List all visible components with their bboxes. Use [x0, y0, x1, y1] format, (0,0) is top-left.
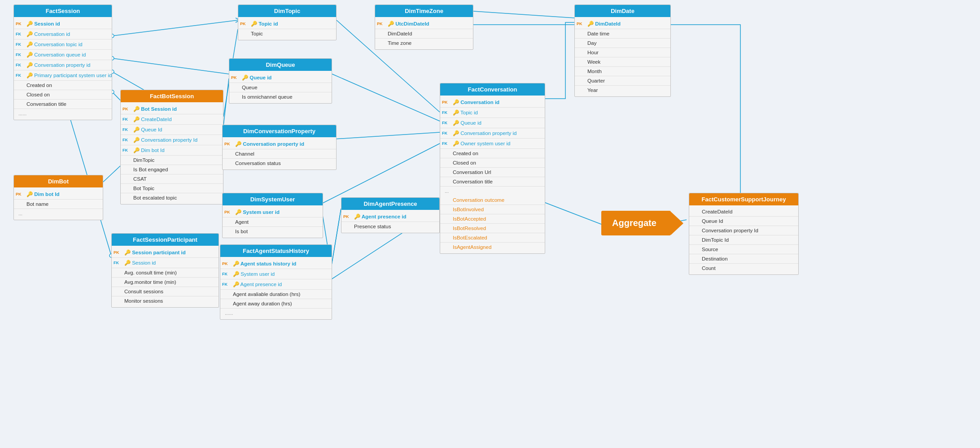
- fact-bot-session-entity: FactBotSession PK🔑 Bot Session id FK🔑 Cr…: [120, 90, 223, 204]
- fbs-row-isbotengaged: Is Bot engaged: [121, 165, 223, 174]
- fcsj-row-dimtopicid: DimTopic Id: [689, 235, 798, 245]
- dim-timezone-entity: DimTimeZone PK🔑 UtcDimDateId DimDateId T…: [375, 4, 473, 50]
- fact-agent-status-history-entity: FactAgentStatusHistory PK🔑 Agent status …: [220, 244, 332, 320]
- fc-row-isbotaccepted: IsBotAccepted: [440, 214, 545, 224]
- dd-row-year: Year: [575, 86, 670, 95]
- dd-row-week: Week: [575, 57, 670, 67]
- fcsj-row-count: Count: [689, 264, 798, 273]
- fc-row-outcome: Conversation outcome: [440, 196, 545, 205]
- fact-conversation-header: FactConversation: [440, 83, 545, 96]
- fc-row-isbotinvolved: IsBotInvolved: [440, 205, 545, 214]
- dt-row-id: PK🔑 Topic id: [238, 19, 336, 29]
- fc-row-queueid: FK🔑 Queue id: [440, 118, 545, 128]
- dd-row-id: PK🔑 DimDateId: [575, 19, 670, 29]
- fsp-row-id: PK🔑 Session participant id: [112, 248, 219, 258]
- fc-dots: ...: [440, 187, 545, 196]
- svg-line-18: [473, 11, 574, 18]
- dtz-row-utcid: PK🔑 UtcDimDateId: [375, 19, 473, 29]
- fbs-row-botsessionid: PK🔑 Bot Session id: [121, 104, 223, 114]
- fact-session-entity: FactSession PK🔑 Session id FK🔑 Conversat…: [13, 4, 112, 120]
- dd-row-month: Month: [575, 67, 670, 76]
- dim-system-user-body: PK🔑 System user id Agent Is bot: [223, 205, 323, 238]
- dap-row-id: PK🔑 Agent presence id: [341, 212, 439, 222]
- fc-row-ownerid: FK🔑 Owner system user id: [440, 139, 545, 149]
- fc-row-topicid: FK🔑 Topic id: [440, 108, 545, 118]
- fc-row-url: Conversation Url: [440, 168, 545, 177]
- svg-line-16: [334, 132, 440, 139]
- aggregate-label: Aggregate: [601, 211, 671, 235]
- fcsj-row-source: Source: [689, 245, 798, 254]
- dd-row-day: Day: [575, 39, 670, 48]
- fc-row-isagentassigned: IsAgentAssigned: [440, 243, 545, 252]
- dsu-row-id: PK🔑 System user id: [223, 207, 323, 217]
- fash-dots: ......: [220, 309, 332, 318]
- svg-line-4: [112, 58, 229, 74]
- fbs-row-dimbotid: FK🔑 Dim bot Id: [121, 145, 223, 156]
- fc-row-closedon: Closed on: [440, 158, 545, 168]
- dim-agent-presence-body: PK🔑 Agent presence id Presence status: [341, 210, 439, 233]
- fc-row-convid: PK🔑 Conversation id: [440, 97, 545, 108]
- fact-agent-status-history-body: PK🔑 Agent status history id FK🔑 System u…: [220, 257, 332, 319]
- dim-conv-prop-header: DimConversationProperty: [223, 125, 336, 137]
- fbs-row-dimtopic: DimTopic: [121, 156, 223, 165]
- fsp-row-consultsessions: Consult sessions: [112, 287, 219, 296]
- dsu-row-isbot: Is bot: [223, 227, 323, 236]
- fact-bot-session-header: FactBotSession: [121, 90, 223, 102]
- fbs-row-convpropid: FK🔑 Conversation property Id: [121, 135, 223, 145]
- fact-customer-support-journey-entity: FactCustomerSupportJourney CreateDateId …: [689, 193, 799, 275]
- fact-customer-support-journey-header: FactCustomerSupportJourney: [689, 193, 798, 205]
- dim-system-user-entity: DimSystemUser PK🔑 System user id Agent I…: [222, 193, 323, 238]
- fact-session-row-closedon: Closed on: [14, 90, 112, 100]
- fash-row-presenceid: FK🔑 Agent presence id: [220, 279, 332, 290]
- fc-row-propid: FK🔑 Conversation property id: [440, 128, 545, 139]
- dq-row-id: PK🔑 Queue id: [229, 73, 332, 83]
- fc-row-isbotresolved: IsBotResolved: [440, 224, 545, 233]
- fact-session-dots: ......: [14, 109, 112, 118]
- dim-bot-row-name: Bot name: [14, 200, 103, 209]
- fcsj-row-destination: Destination: [689, 254, 798, 264]
- fact-session-body: PK🔑 Session id FK🔑 Conversation id FK🔑 C…: [14, 17, 112, 120]
- fact-session-row-propid: FK🔑 Conversation property id: [14, 60, 112, 70]
- dq-row-omnichannel: Is omnichannel queue: [229, 92, 332, 101]
- fact-session-row-queueid: FK🔑 Conversation queue id: [14, 50, 112, 60]
- dim-date-entity: DimDate PK🔑 DimDateId Date time Day Hour…: [574, 4, 671, 97]
- fact-agent-status-history-header: FactAgentStatusHistory: [220, 245, 332, 257]
- fbs-row-queueid: FK🔑 Queue Id: [121, 125, 223, 135]
- fbs-row-createdateid: FK🔑 CreateDateId: [121, 114, 223, 125]
- svg-line-0: [112, 20, 238, 36]
- fbs-row-bottopic: Bot Topic: [121, 184, 223, 193]
- dd-row-datetime: Date time: [575, 29, 670, 39]
- dim-topic-body: PK🔑 Topic id Topic: [238, 17, 336, 40]
- fact-session-row-topicid: FK🔑 Conversation topic id: [14, 39, 112, 50]
- dim-date-header: DimDate: [575, 5, 670, 17]
- dim-bot-row-id: PK🔑 Dim bot Id: [14, 189, 103, 200]
- dim-bot-dots: ...: [14, 209, 103, 218]
- dcp-row-id: PK🔑 Conversation property id: [223, 139, 336, 149]
- fact-conversation-body: PK🔑 Conversation id FK🔑 Topic id FK🔑 Que…: [440, 96, 545, 253]
- fact-session-row-title: Conversation title: [14, 100, 112, 109]
- svg-line-11: [223, 78, 229, 126]
- dtz-row-dimdateid: DimDateId: [375, 29, 473, 39]
- dim-bot-entity: DimBot PK🔑 Dim bot Id Bot name ...: [13, 175, 103, 220]
- fact-session-participant-body: PK🔑 Session participant id FK🔑 Session i…: [112, 246, 219, 307]
- diagram-canvas: FactSession PK🔑 Session id FK🔑 Conversat…: [0, 0, 980, 448]
- dim-timezone-header: DimTimeZone: [375, 5, 473, 17]
- dim-bot-header: DimBot: [14, 175, 103, 187]
- fc-row-createdon: Created on: [440, 149, 545, 158]
- dim-conv-prop-entity: DimConversationProperty PK🔑 Conversation…: [222, 125, 337, 170]
- svg-line-15: [332, 74, 440, 121]
- fbs-row-csat: CSAT: [121, 174, 223, 184]
- dcp-row-status: Conversation status: [223, 159, 336, 168]
- dcp-row-channel: Channel: [223, 149, 336, 159]
- fsp-row-monitortime: Avg.monitor time (min): [112, 278, 219, 287]
- dim-system-user-header: DimSystemUser: [223, 193, 323, 205]
- dim-date-body: PK🔑 DimDateId Date time Day Hour Week Mo…: [575, 17, 670, 96]
- dd-row-quarter: Quarter: [575, 76, 670, 86]
- dim-timezone-body: PK🔑 UtcDimDateId DimDateId Time zone: [375, 17, 473, 49]
- dim-queue-header: DimQueue: [229, 59, 332, 71]
- fact-session-participant-entity: FactSessionParticipant PK🔑 Session parti…: [111, 233, 219, 308]
- fash-row-id: PK🔑 Agent status history id: [220, 259, 332, 269]
- dim-queue-body: PK🔑 Queue id Queue Is omnichannel queue: [229, 71, 332, 103]
- fact-session-row-convid: FK🔑 Conversation id: [14, 29, 112, 39]
- dim-topic-header: DimTopic: [238, 5, 336, 17]
